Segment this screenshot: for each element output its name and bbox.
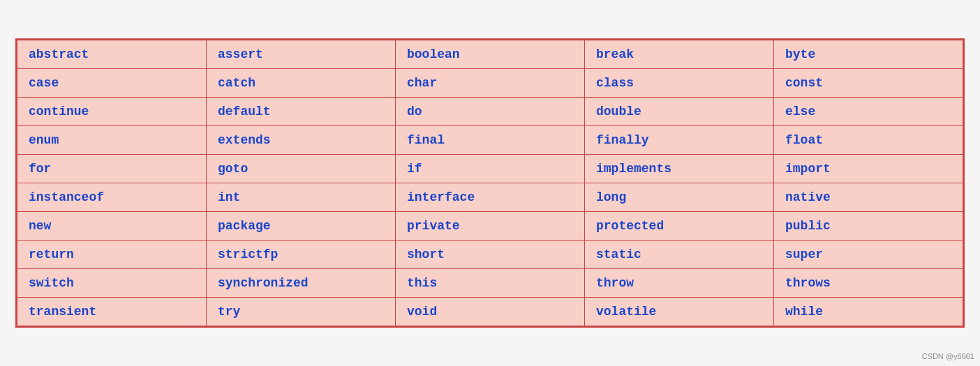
table-row: newpackageprivateprotectedpublic (17, 212, 963, 241)
keyword-cell: native (774, 183, 963, 212)
keyword-cell: case (17, 69, 207, 98)
keyword-cell: while (774, 298, 963, 326)
keyword-cell: assert (207, 40, 396, 69)
keyword-cell: public (774, 212, 963, 241)
keyword-cell: synchronized (207, 269, 396, 298)
keywords-table: abstractassertbooleanbreakbytecasecatchc… (17, 40, 963, 326)
keyword-cell: instanceof (17, 183, 207, 212)
keyword-cell: int (207, 183, 396, 212)
keyword-cell: else (774, 98, 963, 126)
keyword-cell: short (396, 241, 585, 269)
keyword-cell: static (585, 241, 774, 269)
table-row: instanceofintinterfacelongnative (17, 183, 963, 212)
keyword-cell: transient (17, 298, 207, 326)
keyword-cell: volatile (585, 298, 774, 326)
keyword-cell: float (774, 126, 963, 155)
keyword-cell: finally (585, 126, 774, 155)
keyword-cell: break (585, 40, 774, 69)
keyword-cell: throws (774, 269, 963, 298)
keyword-cell: new (17, 212, 207, 241)
keyword-cell: abstract (17, 40, 207, 69)
keyword-cell: const (774, 69, 963, 98)
keyword-cell: catch (207, 69, 396, 98)
keyword-cell: void (396, 298, 585, 326)
keyword-cell: if (396, 155, 585, 183)
keywords-table-container: abstractassertbooleanbreakbytecasecatchc… (15, 38, 965, 328)
keyword-cell: extends (207, 126, 396, 155)
keyword-cell: throw (585, 269, 774, 298)
keyword-cell: class (585, 69, 774, 98)
keyword-cell: interface (396, 183, 585, 212)
keyword-cell: private (396, 212, 585, 241)
keyword-cell: default (207, 98, 396, 126)
table-row: transienttryvoidvolatilewhile (17, 298, 963, 326)
keyword-cell: goto (207, 155, 396, 183)
keyword-cell: for (17, 155, 207, 183)
keyword-cell: return (17, 241, 207, 269)
keyword-cell: import (774, 155, 963, 183)
keyword-cell: try (207, 298, 396, 326)
watermark: CSDN @y6661 (922, 352, 974, 360)
keyword-cell: package (207, 212, 396, 241)
table-row: returnstrictfpshortstaticsuper (17, 241, 963, 269)
keyword-cell: do (396, 98, 585, 126)
table-row: enumextendsfinalfinallyfloat (17, 126, 963, 155)
keyword-cell: byte (774, 40, 963, 69)
keyword-cell: char (396, 69, 585, 98)
keyword-cell: long (585, 183, 774, 212)
table-row: abstractassertbooleanbreakbyte (17, 40, 963, 69)
table-row: casecatchcharclassconst (17, 69, 963, 98)
keyword-cell: super (774, 241, 963, 269)
table-row: continuedefaultdodoubleelse (17, 98, 963, 126)
keyword-cell: final (396, 126, 585, 155)
keyword-cell: enum (17, 126, 207, 155)
table-row: switchsynchronizedthisthrowthrows (17, 269, 963, 298)
keyword-cell: continue (17, 98, 207, 126)
keyword-cell: boolean (396, 40, 585, 69)
table-row: forgotoifimplementsimport (17, 155, 963, 183)
keyword-cell: implements (585, 155, 774, 183)
keyword-cell: this (396, 269, 585, 298)
keyword-cell: switch (17, 269, 207, 298)
keyword-cell: protected (585, 212, 774, 241)
keyword-cell: strictfp (207, 241, 396, 269)
keyword-cell: double (585, 98, 774, 126)
